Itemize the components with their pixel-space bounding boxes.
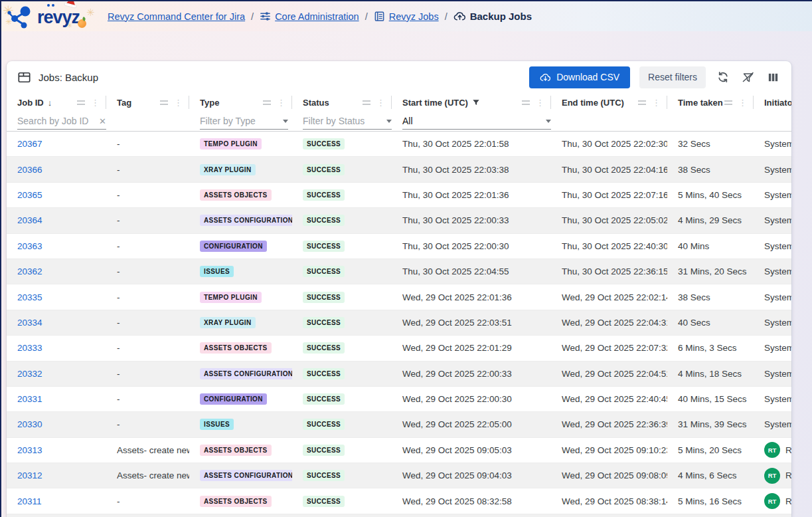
breadcrumb-item-revyz-command-center-for-jira[interactable]: Revyz Command Center for Jira — [108, 11, 245, 22]
column-drag-handle-icon[interactable] — [77, 100, 85, 105]
table-row: 20366-XRAY PLUGINSUCCESSThu, 30 Oct 2025… — [7, 157, 791, 182]
initiator-avatar[interactable]: RT — [764, 468, 780, 484]
job-id-link[interactable]: 20331 — [17, 394, 42, 404]
status-badge: SUCCESS — [303, 138, 345, 150]
tag-value: - — [117, 241, 120, 251]
columns-icon[interactable] — [766, 70, 781, 85]
status-badge: SUCCESS — [303, 470, 345, 481]
download-csv-label: Download CSV — [556, 72, 619, 82]
job-id-link[interactable]: 20332 — [17, 369, 42, 379]
reset-filters-button[interactable]: Reset filters — [639, 66, 706, 88]
column-menu-icon[interactable]: ⋮ — [652, 98, 661, 107]
start-time-value: Wed, 29 Oct 2025 09:04:03 — [402, 470, 512, 480]
initiator-name: System — [764, 369, 791, 379]
tag-cell: - — [106, 369, 189, 379]
time-taken-value: 4 Mins, 18 Secs — [678, 369, 742, 379]
column-drag-handle-icon[interactable] — [363, 100, 370, 105]
job-id-link[interactable]: 20367 — [17, 139, 42, 149]
job_id-filter-input[interactable]: Search by Job ID✕ — [17, 114, 106, 130]
time-taken-value: 4 Mins, 6 Secs — [678, 470, 737, 480]
initiator-avatar[interactable]: RT — [764, 442, 780, 458]
refresh-icon[interactable] — [715, 69, 731, 85]
column-drag-handle-icon[interactable] — [724, 100, 732, 105]
end-time-value: Wed, 29 Oct 2025 22:36:39 — [562, 419, 667, 429]
breadcrumb-label: Backup Jobs — [470, 11, 532, 22]
status-filter-select[interactable]: Filter by Status — [303, 114, 392, 130]
job-id-link[interactable]: 20330 — [17, 419, 42, 429]
column-menu-icon[interactable]: ⋮ — [738, 98, 747, 107]
time-taken-value: 38 Secs — [678, 165, 710, 175]
filter-cell-start: All — [392, 112, 551, 131]
column-drag-handle-icon[interactable] — [522, 100, 530, 105]
time-taken-cell: 5 Mins, 20 Secs — [667, 445, 754, 455]
column-menu-icon[interactable]: ⋮ — [174, 98, 183, 107]
start-time-value: Thu, 30 Oct 2025 22:04:55 — [402, 266, 509, 276]
end-time-cell: Thu, 30 Oct 2025 22:40:30 — [551, 241, 667, 251]
table-row: 20331-CONFIGURATIONSUCCESSWed, 29 Oct 20… — [7, 387, 791, 412]
type-badge: CONFIGURATION — [200, 241, 267, 252]
tag-cell: - — [106, 394, 189, 404]
type-cell: CONFIGURATION — [189, 241, 292, 252]
column-header-start[interactable]: Start time (UTC)⋮ — [392, 93, 551, 112]
job-id-link[interactable]: 20335 — [17, 292, 42, 302]
time-taken-cell: 4 Mins, 6 Secs — [667, 470, 754, 480]
job-id-link[interactable]: 20313 — [17, 445, 42, 455]
end-time-value: Thu, 30 Oct 2025 22:36:15 — [562, 266, 667, 276]
initiator-cell: System — [754, 139, 791, 149]
column-header-end[interactable]: End time (UTC)⋮ — [551, 93, 667, 112]
job-id-link[interactable]: 20366 — [17, 165, 42, 175]
status-cell: SUCCESS — [292, 138, 392, 150]
time-taken-cell: 38 Secs — [667, 292, 754, 302]
job-id-link[interactable]: 20333 — [17, 343, 42, 353]
breadcrumb-item-core-administration[interactable]: Core Administration — [260, 11, 359, 22]
job-id-link[interactable]: 20363 — [17, 241, 42, 251]
clear-search-icon[interactable]: ✕ — [99, 116, 106, 126]
start-time-value: Thu, 30 Oct 2025 22:00:30 — [402, 241, 509, 251]
start-time-cell: Thu, 30 Oct 2025 22:04:55 — [392, 266, 551, 276]
download-csv-button[interactable]: Download CSV — [529, 66, 630, 88]
type-cell: ISSUES — [189, 266, 292, 277]
column-drag-handle-icon[interactable] — [263, 100, 271, 105]
type-filter-select[interactable]: Filter by Type — [200, 114, 288, 130]
breadcrumb: Revyz Command Center for Jira/Core Admin… — [108, 10, 532, 23]
start-time-cell: Wed, 29 Oct 2025 22:03:51 — [392, 318, 551, 328]
column-menu-icon[interactable]: ⋮ — [277, 98, 285, 107]
filter-off-icon[interactable] — [740, 69, 756, 85]
type-cell: XRAY PLUGIN — [189, 164, 292, 175]
job-id-link[interactable]: 20334 — [17, 318, 42, 328]
column-header-status[interactable]: Status⋮ — [292, 93, 392, 112]
initiator-avatar[interactable]: RT — [764, 493, 780, 509]
column-drag-handle-icon[interactable] — [160, 100, 168, 105]
time-taken-cell: 6 Mins, 3 Secs — [667, 343, 754, 353]
start-filter-select[interactable]: All — [402, 114, 551, 130]
column-header-time_taken[interactable]: Time taken⋮ — [667, 93, 754, 112]
tag-value: - — [117, 369, 120, 379]
job-id-link[interactable]: 20311 — [17, 496, 42, 506]
sort-desc-icon[interactable]: ↓ — [48, 98, 52, 108]
end-time-cell: Wed, 29 Oct 2025 22:04:51 — [551, 369, 667, 379]
breadcrumb-label: Core Administration — [275, 11, 359, 22]
job-id-link[interactable]: 20312 — [17, 470, 42, 480]
column-drag-handle-icon[interactable] — [638, 100, 646, 105]
breadcrumb-item-backup-jobs: Backup Jobs — [453, 10, 532, 23]
end-time-cell: Wed, 29 Oct 2025 22:40:45 — [551, 394, 667, 404]
tag-cell: - — [106, 139, 189, 149]
table-row: 20363-CONFIGURATIONSUCCESSThu, 30 Oct 20… — [7, 234, 791, 259]
status-cell: SUCCESS — [292, 266, 392, 277]
column-menu-icon[interactable]: ⋮ — [536, 98, 544, 107]
column-menu-icon[interactable]: ⋮ — [376, 98, 385, 107]
backup-jobs-page: { "header": { "logo_text": "revyz", "bre… — [0, 0, 812, 517]
column-header-job_id[interactable]: Job ID↓⋮ — [7, 93, 106, 112]
job-id-link[interactable]: 20365 — [17, 190, 42, 200]
column-label: Status — [303, 98, 329, 108]
job-id-link[interactable]: 20364 — [17, 215, 42, 225]
table-row: 20330-ISSUESSUCCESSWed, 29 Oct 2025 22:0… — [7, 412, 791, 437]
job-id-link[interactable]: 20362 — [17, 266, 42, 276]
breadcrumb-item-revyz-jobs[interactable]: Revyz Jobs — [374, 11, 439, 22]
column-header-type[interactable]: Type⋮ — [189, 93, 292, 112]
column-menu-icon[interactable]: ⋮ — [91, 98, 100, 107]
column-header-tag[interactable]: Tag⋮ — [106, 93, 189, 112]
status-cell: SUCCESS — [292, 164, 392, 175]
end-time-cell: Thu, 30 Oct 2025 22:05:02 — [551, 215, 667, 225]
column-header-initiator[interactable]: Initiator⋮ — [754, 93, 791, 112]
